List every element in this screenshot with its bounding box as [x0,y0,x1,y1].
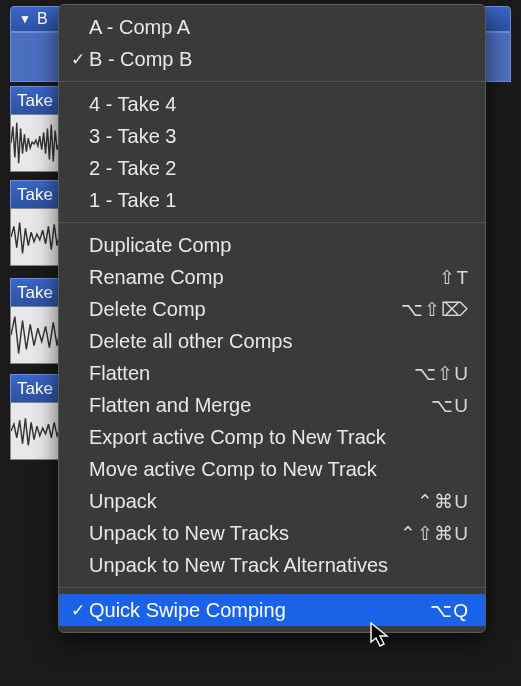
menu-separator [59,222,485,223]
menu-item-label: Unpack [89,490,417,513]
menu-item-label: Delete all other Comps [89,330,469,353]
menu-item-label: Quick Swipe Comping [89,599,430,622]
menu-item-label: A - Comp A [89,16,469,39]
menu-item-label: Duplicate Comp [89,234,469,257]
check-icon: ✓ [67,49,89,70]
menu-item-label: 4 - Take 4 [89,93,469,116]
take-region[interactable]: Take [10,278,60,364]
disclosure-triangle-icon[interactable]: ▼ [19,12,31,26]
menu-item-label: Delete Comp [89,298,401,321]
menu-item-move-comp[interactable]: Move active Comp to New Track [59,453,485,485]
waveform [10,208,60,266]
menu-item-label: Flatten [89,362,414,385]
take-region[interactable]: Take [10,86,60,172]
menu-item-label: 2 - Take 2 [89,157,469,180]
menu-item-duplicate-comp[interactable]: Duplicate Comp [59,229,485,261]
menu-item-quick-swipe[interactable]: ✓ Quick Swipe Comping ⌥Q [59,594,485,626]
take-label: Take [10,374,60,402]
take-label: Take [10,278,60,306]
menu-item-flatten-merge[interactable]: Flatten and Merge ⌥U [59,389,485,421]
menu-item-label: Export active Comp to New Track [89,426,469,449]
take-region[interactable]: Take [10,180,60,266]
menu-item-rename-comp[interactable]: Rename Comp ⇧T [59,261,485,293]
menu-shortcut: ⌥⇧U [414,362,469,385]
menu-item-take-1[interactable]: 1 - Take 1 [59,184,485,216]
waveform [10,306,60,364]
menu-shortcut: ⌃⌘U [417,490,469,513]
menu-item-take-4[interactable]: 4 - Take 4 [59,88,485,120]
menu-item-flatten[interactable]: Flatten ⌥⇧U [59,357,485,389]
menu-separator [59,587,485,588]
menu-item-take-2[interactable]: 2 - Take 2 [59,152,485,184]
menu-shortcut: ⌥⇧⌦ [401,298,469,321]
menu-item-label: Flatten and Merge [89,394,431,417]
menu-item-label: B - Comp B [89,48,469,71]
waveform [10,402,60,460]
menu-item-label: Unpack to New Tracks [89,522,400,545]
menu-shortcut: ⇧T [439,266,469,289]
waveform [10,114,60,172]
menu-item-unpack[interactable]: Unpack ⌃⌘U [59,485,485,517]
take-region[interactable]: Take [10,374,60,460]
menu-item-delete-comp[interactable]: Delete Comp ⌥⇧⌦ [59,293,485,325]
menu-item-comp-b[interactable]: ✓ B - Comp B [59,43,485,75]
menu-shortcut: ⌃⇧⌘U [400,522,469,545]
take-folder-context-menu: A - Comp A ✓ B - Comp B 4 - Take 4 3 - T… [58,4,486,633]
menu-item-label: Rename Comp [89,266,439,289]
menu-item-label: 3 - Take 3 [89,125,469,148]
take-label: Take [10,180,60,208]
check-icon: ✓ [67,600,89,621]
menu-item-comp-a[interactable]: A - Comp A [59,11,485,43]
menu-item-unpack-new-tracks[interactable]: Unpack to New Tracks ⌃⇧⌘U [59,517,485,549]
menu-item-export-comp[interactable]: Export active Comp to New Track [59,421,485,453]
menu-item-unpack-alt[interactable]: Unpack to New Track Alternatives [59,549,485,581]
menu-shortcut: ⌥Q [430,599,469,622]
menu-item-take-3[interactable]: 3 - Take 3 [59,120,485,152]
take-label: Take [10,86,60,114]
menu-separator [59,81,485,82]
take-folder-title: B [37,10,48,28]
menu-item-delete-other-comps[interactable]: Delete all other Comps [59,325,485,357]
menu-item-label: Move active Comp to New Track [89,458,469,481]
menu-item-label: Unpack to New Track Alternatives [89,554,469,577]
menu-shortcut: ⌥U [431,394,469,417]
menu-item-label: 1 - Take 1 [89,189,469,212]
